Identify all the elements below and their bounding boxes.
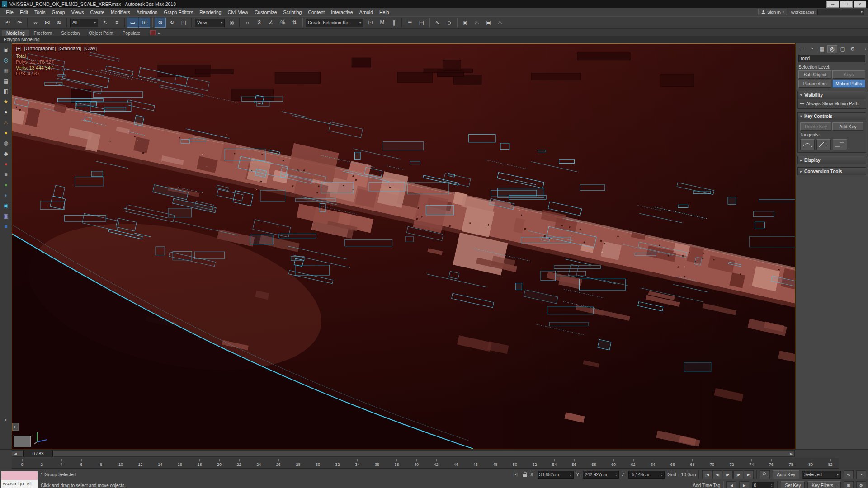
left-tool-icon-7[interactable]: ● — [1, 108, 10, 117]
menu-interactive[interactable]: Interactive — [328, 9, 356, 15]
track-bar-frame-48[interactable]: 48 — [493, 462, 497, 467]
track-bar-frame-56[interactable]: 56 — [572, 462, 576, 467]
track-bar-frame-2[interactable]: 2 — [41, 462, 43, 467]
track-bar-frame-80[interactable]: 80 — [808, 462, 813, 467]
track-bar-frame-74[interactable]: 74 — [749, 462, 754, 467]
track-bar-frame-62[interactable]: 62 — [631, 462, 636, 467]
left-tool-icon-14[interactable]: ● — [1, 180, 10, 189]
motion-paths-button[interactable]: Motion Paths — [832, 80, 865, 88]
tangent-linear-button[interactable] — [816, 139, 831, 150]
maxscript-listener-pane[interactable]: MAXScript Mi — [1, 480, 38, 488]
track-bar-frame-54[interactable]: 54 — [552, 462, 557, 467]
menu-edit[interactable]: Edit — [17, 9, 31, 15]
mini-curve-editor-icon[interactable]: ∿ — [844, 470, 854, 479]
track-bar-frame-58[interactable]: 58 — [591, 462, 596, 467]
menu-animation[interactable]: Animation — [133, 9, 161, 15]
track-bar-frame-12[interactable]: 12 — [138, 462, 143, 467]
viewport-nav-box[interactable] — [14, 436, 31, 447]
utilities-tab[interactable]: ⚙ — [848, 45, 857, 52]
track-bar-frame-34[interactable]: 34 — [355, 462, 359, 467]
named-selection-set-dropdown[interactable]: Create Selection Se▾ — [306, 19, 363, 27]
track-bar-frame-60[interactable]: 60 — [611, 462, 616, 467]
unlink-selection-icon[interactable]: ⋈ — [42, 18, 53, 28]
maxscript-mini-listener[interactable]: MAXScript Mi — [1, 471, 38, 488]
parameters-button[interactable]: Parameters — [798, 80, 831, 88]
go-to-start-button[interactable]: |◀ — [702, 470, 712, 479]
select-and-link-icon[interactable]: ∞ — [30, 18, 41, 28]
track-bar-frame-14[interactable]: 14 — [158, 462, 162, 467]
z-coordinate-field[interactable]: -5,144cm▲▼ — [628, 471, 665, 479]
track-bar-frame-10[interactable]: 10 — [118, 462, 123, 467]
tangent-defaults-icon[interactable]: ≋ — [844, 481, 854, 488]
minimize-button[interactable]: ─ — [826, 1, 839, 8]
visibility-rollout-header[interactable]: ▾ Visibility — [797, 91, 866, 99]
track-bar-frame-28[interactable]: 28 — [296, 462, 300, 467]
keys-button[interactable]: Keys — [832, 70, 865, 79]
left-toolbar-flyout-icon[interactable]: ▸ — [1, 415, 10, 424]
panel-menu-icon[interactable]: ▪ — [865, 47, 866, 51]
menu-tools[interactable]: Tools — [31, 9, 49, 15]
left-tool-icon-15[interactable]: ◗ — [1, 191, 10, 200]
motion-tab[interactable]: ◎ — [827, 45, 837, 53]
viewport[interactable]: [+][Orthographic][Standard][Clay] TotalP… — [12, 43, 795, 449]
rectangular-selection-region-icon[interactable]: ▭ — [127, 18, 138, 28]
play-button[interactable]: ▶ — [723, 470, 733, 479]
selection-filter-dropdown[interactable]: All▾ — [70, 19, 98, 27]
menu-modifiers[interactable]: Modifiers — [108, 9, 133, 15]
schematic-view-icon[interactable]: ◇ — [443, 18, 455, 28]
render-setup-icon[interactable]: ♨ — [471, 18, 482, 28]
track-bar-frame-76[interactable]: 76 — [769, 462, 774, 467]
track-bar-frame-8[interactable]: 8 — [100, 462, 102, 467]
key-filters-button[interactable]: Key Filters... — [807, 481, 841, 488]
ribbon-tab-populate[interactable]: Populate — [118, 30, 145, 36]
track-bar-frame-66[interactable]: 66 — [670, 462, 675, 467]
track-bar-frame-52[interactable]: 52 — [533, 462, 537, 467]
sign-in-button[interactable]: Sign In ▾ — [758, 9, 787, 15]
track-bar-frame-78[interactable]: 78 — [788, 462, 793, 467]
align-icon[interactable]: ∥ — [388, 18, 400, 28]
previous-frame-button[interactable]: ◀ — [726, 481, 736, 488]
spinner-snap-toggle-icon[interactable]: ⇅ — [289, 18, 300, 28]
time-configuration-icon[interactable]: ◔ — [856, 470, 866, 479]
time-slider-track[interactable]: ◀ 0 / 83 ▶ — [12, 450, 795, 457]
snaps-toggle-icon[interactable]: ∩ — [242, 18, 253, 28]
next-frame-arrow[interactable]: ▶ — [788, 451, 794, 456]
curve-editor-icon[interactable]: ∿ — [432, 18, 443, 28]
polygon-modeling-panel-label[interactable]: Polygon Modeling — [4, 37, 40, 42]
rendered-frame-window-icon[interactable]: ▣ — [483, 18, 494, 28]
sub-object-button[interactable]: Sub-Object — [798, 70, 831, 79]
layer-manager-icon[interactable]: ≣ — [404, 18, 415, 28]
isolate-selection-icon[interactable]: ⊡ — [511, 469, 520, 479]
next-key-button[interactable]: |▶ — [733, 470, 743, 479]
menu-graph-editors[interactable]: Graph Editors — [160, 9, 196, 15]
left-tool-icon-1[interactable]: ▣ — [1, 45, 10, 54]
mirror-icon[interactable]: M — [377, 18, 388, 28]
track-bar[interactable]: 0246810121416182022242628303234363840424… — [12, 458, 839, 469]
left-tool-icon-10[interactable]: ◍ — [1, 139, 10, 148]
conversion-tools-rollout-header[interactable]: ▸ Conversion Tools — [797, 167, 866, 175]
ribbon-minimize-icon[interactable]: ▴ — [158, 31, 160, 35]
track-bar-frame-38[interactable]: 38 — [394, 462, 399, 467]
left-tool-icon-5[interactable]: ◧ — [1, 87, 10, 96]
use-pivot-point-center-icon[interactable]: ◎ — [226, 18, 237, 28]
track-bar-frame-44[interactable]: 44 — [453, 462, 458, 467]
menu-group[interactable]: Group — [49, 9, 68, 15]
track-bar-frame-72[interactable]: 72 — [730, 462, 734, 467]
maximize-button[interactable]: □ — [840, 1, 853, 8]
viewport-plus-menu[interactable]: [+] — [16, 46, 22, 51]
go-to-end-button[interactable]: ▶| — [744, 470, 754, 479]
track-bar-frame-20[interactable]: 20 — [217, 462, 222, 467]
reference-coordinate-dropdown[interactable]: View▾ — [195, 19, 225, 27]
menu-scripting[interactable]: Scripting — [280, 9, 305, 15]
menu-help[interactable]: Help — [376, 9, 392, 15]
ribbon-tab-selection[interactable]: Selection — [57, 30, 84, 36]
track-bar-frame-82[interactable]: 82 — [828, 462, 833, 467]
modify-tab[interactable]: ◔ — [807, 45, 816, 52]
menu-views[interactable]: Views — [68, 9, 87, 15]
display-rollout-header[interactable]: ▸ Display — [797, 156, 866, 164]
track-bar-frame-4[interactable]: 4 — [61, 462, 63, 467]
left-tool-icon-6[interactable]: ★ — [1, 97, 10, 106]
tangent-smooth-button[interactable] — [800, 139, 815, 150]
menu-create[interactable]: Create — [87, 9, 108, 15]
track-bar-frame-70[interactable]: 70 — [710, 462, 714, 467]
